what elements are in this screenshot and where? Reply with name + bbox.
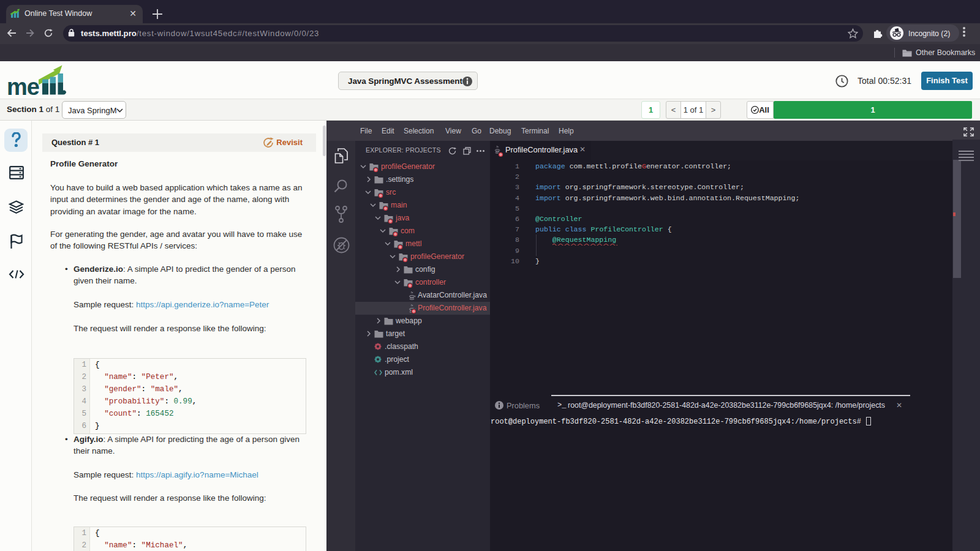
svg-text:me: me xyxy=(7,74,39,99)
